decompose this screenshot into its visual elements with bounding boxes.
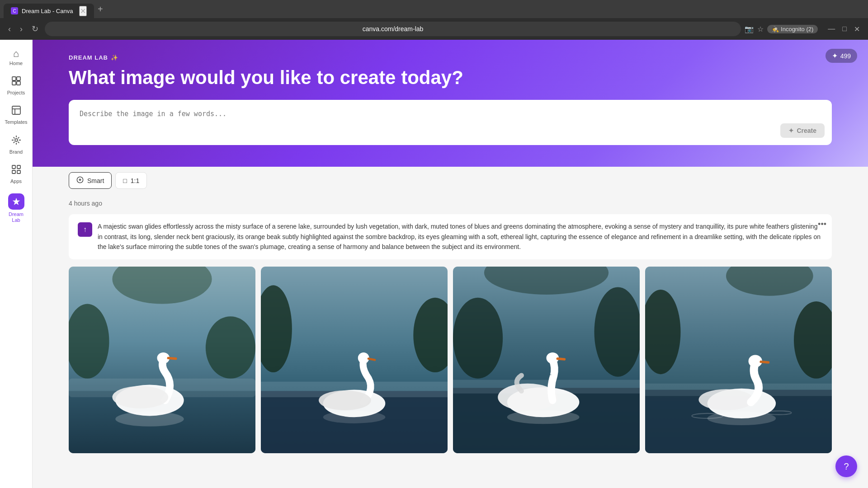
create-label: Create — [797, 127, 816, 134]
incognito-badge: 🕵 Incognito (2) — [767, 25, 818, 33]
sidebar: ⌂ Home Projects Templates Brand Apps — [0, 40, 33, 488]
browser-chrome: C Dream Lab - Canva ✕ + ‹ › ↻ 📷 ☆ 🕵 Inco… — [0, 0, 868, 40]
svg-point-31 — [323, 411, 386, 423]
sidebar-item-templates[interactable]: Templates — [2, 101, 31, 129]
sidebar-label-templates: Templates — [5, 119, 27, 125]
templates-icon — [11, 105, 22, 117]
browser-tabs: C Dream Lab - Canva ✕ + — [0, 0, 868, 18]
svg-point-41 — [507, 410, 580, 424]
svg-point-33 — [453, 297, 503, 378]
svg-point-21 — [112, 386, 168, 408]
app-layout: ⌂ Home Projects Templates Brand Apps — [0, 40, 868, 488]
tab-title: Dream Lab - Canva — [22, 8, 73, 14]
incognito-label: Incognito (2) — [781, 26, 813, 33]
smart-icon — [76, 176, 84, 185]
sidebar-label-projects: Projects — [7, 90, 25, 96]
credits-badge: ✦ 499 — [826, 49, 857, 63]
sidebar-item-projects[interactable]: Projects — [2, 72, 31, 99]
close-button[interactable]: ✕ — [851, 24, 863, 34]
home-icon: ⌂ — [13, 49, 19, 59]
prompt-entry: ↑ A majestic swan glides effortlessly ac… — [69, 214, 832, 259]
main-content: ✦ 499 DREAM LAB ✨ What image would you l… — [33, 40, 868, 488]
projects-icon — [11, 75, 22, 88]
browser-actions: 📷 ☆ 🕵 Incognito (2) — □ ✕ — [745, 24, 863, 34]
content-area: 4 hours ago ↑ A majestic swan glides eff… — [33, 189, 868, 464]
hero-title: What image would you like to create toda… — [69, 66, 832, 89]
svg-rect-3 — [17, 81, 20, 85]
svg-point-30 — [319, 390, 371, 410]
svg-point-29 — [358, 352, 369, 364]
browser-toolbar: ‹ › ↻ 📷 ☆ 🕵 Incognito (2) — □ ✕ — [0, 18, 868, 40]
timestamp: 4 hours ago — [69, 200, 832, 207]
image-card-1[interactable] — [69, 267, 255, 453]
svg-rect-2 — [12, 81, 16, 85]
smart-label: Smart — [87, 177, 104, 184]
svg-point-34 — [594, 287, 640, 376]
image-card-4[interactable] — [645, 267, 832, 453]
svg-point-22 — [115, 411, 184, 426]
create-icon: ✦ — [788, 127, 794, 134]
credits-icon: ✦ — [832, 52, 838, 60]
dream-lab-text: DREAM LAB — [69, 54, 108, 61]
sidebar-item-brand[interactable]: Brand — [2, 131, 31, 159]
prompt-up-icon: ↑ — [78, 222, 92, 237]
image-card-3[interactable] — [453, 267, 640, 453]
image-card-2[interactable] — [261, 267, 448, 453]
prompt-box: ✦ Create — [69, 100, 832, 145]
square-icon: □ — [123, 177, 127, 184]
bookmark-button[interactable]: ☆ — [757, 25, 764, 33]
camera-off-icon[interactable]: 📷 — [745, 25, 754, 33]
dream-lab-heading-label: DREAM LAB ✨ — [69, 54, 832, 61]
help-button[interactable]: ? — [835, 455, 857, 477]
sidebar-label-apps: Apps — [10, 178, 22, 184]
more-options-button[interactable]: ••• — [818, 220, 826, 229]
forward-button[interactable]: › — [17, 23, 25, 36]
sidebar-item-home[interactable]: ⌂ Home — [2, 45, 31, 70]
back-button[interactable]: ‹ — [5, 23, 14, 36]
svg-point-49 — [698, 389, 753, 410]
style-options: Smart □ 1:1 — [33, 167, 868, 189]
tab-close-button[interactable]: ✕ — [79, 6, 87, 16]
sidebar-label-home: Home — [9, 61, 23, 66]
create-button[interactable]: ✦ Create — [780, 123, 825, 138]
tab-favicon: C — [11, 7, 18, 14]
svg-rect-0 — [12, 77, 16, 80]
svg-rect-4 — [12, 106, 20, 114]
prompt-text: A majestic swan glides effortlessly acro… — [98, 221, 823, 252]
address-bar[interactable] — [45, 22, 741, 36]
reload-button[interactable]: ↻ — [29, 22, 41, 36]
maximize-button[interactable]: □ — [840, 24, 849, 34]
active-tab[interactable]: C Dream Lab - Canva ✕ — [4, 4, 94, 18]
apps-icon — [11, 164, 22, 177]
window-controls: — □ ✕ — [825, 24, 863, 34]
prompt-input[interactable] — [80, 109, 821, 136]
sidebar-label-brand: Brand — [9, 149, 23, 155]
help-icon: ? — [844, 461, 849, 472]
sidebar-item-apps[interactable]: Apps — [2, 160, 31, 188]
credits-count: 499 — [840, 52, 851, 60]
svg-rect-9 — [17, 165, 20, 169]
svg-point-7 — [15, 139, 18, 141]
svg-rect-8 — [12, 165, 15, 169]
brand-icon — [11, 135, 22, 147]
style-smart-button[interactable]: Smart — [69, 172, 112, 189]
sidebar-item-dream-lab[interactable]: Dream Lab — [2, 190, 31, 227]
svg-rect-1 — [17, 77, 20, 80]
minimize-button[interactable]: — — [825, 24, 838, 34]
incognito-icon: 🕵 — [772, 26, 779, 33]
new-tab-button[interactable]: + — [94, 2, 107, 16]
image-grid — [69, 267, 832, 453]
svg-point-16 — [206, 316, 255, 379]
hero-section: ✦ 499 DREAM LAB ✨ What image would you l… — [33, 40, 868, 167]
dream-lab-sparkle: ✨ — [111, 54, 118, 61]
ratio-label: 1:1 — [131, 177, 139, 184]
dream-lab-icon-wrap — [8, 193, 24, 210]
svg-rect-11 — [17, 170, 20, 174]
style-1-1-button[interactable]: □ 1:1 — [115, 172, 147, 189]
svg-rect-10 — [12, 170, 15, 174]
sidebar-label-dream-lab: Dream Lab — [5, 211, 28, 223]
